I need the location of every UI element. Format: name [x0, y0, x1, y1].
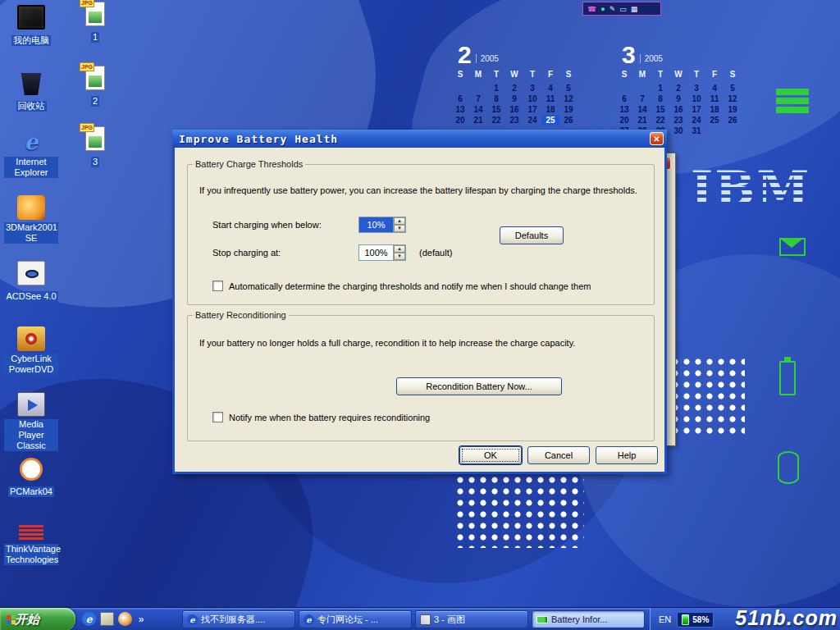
desktop-icon-thinkvantage[interactable]: ThinkVantage Technologies: [0, 525, 62, 566]
pcmark-icon: [20, 458, 43, 481]
desktop-icon-label: 1: [91, 32, 99, 43]
auto-thresholds-checkbox[interactable]: [212, 281, 223, 291]
desktop-icon-label: 3: [91, 157, 99, 167]
calendar-day: 23: [505, 115, 523, 126]
desktop: IBM ☎ ● ✎ ▭ ▦ 我的电脑 回收站 e Internet Explor…: [0, 0, 840, 630]
taskbar-task-paint[interactable]: 3 - 画图: [415, 610, 528, 628]
desktop-icon-internet-explorer[interactable]: e Internet Explorer: [0, 130, 62, 179]
calendar-year: 2005: [476, 54, 499, 63]
taskbar-task-server-not-found[interactable]: e 找不到服务器....: [182, 610, 295, 628]
dot-grid-decoration: [671, 358, 745, 438]
calendar-day: 7: [469, 94, 487, 104]
quick-launch-show-desktop[interactable]: [100, 612, 114, 626]
spinner-down-button[interactable]: ▼: [394, 225, 405, 232]
calendar-day-header: F: [705, 69, 724, 80]
spinner-up-button[interactable]: ▲: [394, 217, 405, 225]
cancel-button[interactable]: Cancel: [527, 446, 590, 464]
calendar-day: 10: [523, 94, 541, 104]
calendar-day: 10: [687, 94, 705, 104]
dot-icon: ●: [600, 5, 605, 13]
desktop-icon-recycle-bin[interactable]: 回收站: [0, 71, 62, 112]
calendar-day-header: M: [633, 69, 651, 80]
calendar-day: 26: [559, 115, 578, 126]
internet-explorer-icon: e: [187, 614, 198, 625]
arrow-up-icon: ▲: [397, 218, 402, 224]
calendar-day-header: S: [559, 69, 578, 80]
desktop-icon-label: 2: [91, 96, 99, 107]
calendar-day: 30: [669, 126, 687, 136]
jpg-badge: JPG: [80, 62, 94, 71]
recondition-battery-button[interactable]: Recondition Battery Now...: [396, 377, 562, 395]
calendar-day: 1: [487, 83, 505, 94]
group-title: Battery Charge Thresholds: [193, 159, 305, 169]
desktop-file-1[interactable]: JPG 1: [64, 2, 126, 43]
acdsee-icon: [17, 261, 45, 285]
task-label: 3 - 画图: [434, 614, 465, 626]
start-button[interactable]: 开始: [0, 608, 75, 630]
task-label: 找不到服务器....: [201, 614, 265, 626]
taskbar-task-battery-information[interactable]: Battery Infor...: [532, 610, 645, 628]
spinner-down-button[interactable]: ▼: [394, 253, 405, 260]
arrow-up-icon: ▲: [397, 246, 402, 252]
calendar-day: 31: [687, 126, 705, 136]
calendar-day: 6: [615, 94, 633, 104]
calendar-day: 12: [559, 94, 578, 104]
language-indicator[interactable]: EN: [659, 614, 671, 624]
start-charge-value[interactable]: 10%: [359, 217, 393, 232]
stop-charge-value[interactable]: 100%: [359, 245, 393, 260]
task-label: 专门网论坛 - ...: [317, 614, 378, 626]
reconditioning-description: If your battery no longer holds a full c…: [199, 338, 575, 348]
help-button[interactable]: Help: [596, 446, 658, 464]
dialog-close-button[interactable]: ✕: [650, 132, 664, 145]
desktop-icon-my-computer[interactable]: 我的电脑: [0, 5, 62, 47]
calendar-day: 5: [559, 83, 578, 94]
calendar-day-header: T: [687, 69, 705, 80]
desktop-icon-label: 3DMark2001 SE: [4, 222, 58, 244]
calendar-day: 16: [669, 104, 687, 115]
ibm-logo: IBM: [691, 161, 810, 217]
desktop-icon-label: PCMark04: [8, 486, 54, 497]
notify-reconditioning-checkbox-label: Notify me when the battery requires reco…: [229, 413, 430, 422]
desktop-icon-label: Internet Explorer: [4, 157, 58, 178]
desktop-icon-acdsee[interactable]: ACDSee 4.0: [0, 261, 62, 303]
start-charge-spinner[interactable]: 10% ▲ ▼: [358, 217, 406, 233]
desktop-icon-pcmark04[interactable]: PCMark04: [0, 458, 62, 498]
calendar-day-headers: SMTWTFS: [451, 69, 582, 80]
taskbar-task-forum[interactable]: e 专门网论坛 - ...: [299, 610, 412, 628]
quick-launch-internet-explorer[interactable]: e: [82, 612, 96, 626]
notify-reconditioning-checkbox[interactable]: [212, 412, 223, 422]
dialog-titlebar[interactable]: Improve Battery Health ✕: [172, 130, 667, 148]
calendar-february: 2 2005 SMTWTFS 1234567891011121314151617…: [451, 43, 582, 126]
desktop-file-2[interactable]: JPG 2: [64, 66, 126, 107]
calendar-day-header: W: [669, 69, 687, 80]
calendar-year: 2005: [640, 54, 663, 63]
tray-battery-indicator[interactable]: 58%: [677, 612, 714, 628]
jpg-file-icon: JPG: [85, 126, 105, 151]
quick-launch-chevron[interactable]: »: [136, 612, 146, 626]
desktop-icon-powerdvd[interactable]: CyberLink PowerDVD: [0, 326, 62, 376]
my-computer-icon: [17, 5, 45, 30]
desktop-icon-3dmark2001[interactable]: 3DMark2001 SE: [0, 195, 62, 244]
calendar-day-header: F: [541, 69, 559, 80]
cylinder-icon: [778, 451, 799, 484]
stop-charge-spinner[interactable]: 100% ▲ ▼: [358, 244, 406, 261]
recycle-bin-icon: [17, 71, 45, 95]
ok-button[interactable]: OK: [459, 446, 522, 464]
calendar-march: 3 2005 SMTWTFS 1234567891011121314151617…: [615, 43, 746, 136]
calendar-day: 5: [724, 83, 742, 94]
quick-launch-media-player[interactable]: [118, 612, 132, 626]
calendar-day: [451, 83, 469, 94]
calendar-day-header: M: [469, 69, 487, 80]
calendar-days: 1234567891011121314151617181920212223242…: [615, 83, 746, 136]
spinner-up-button[interactable]: ▲: [394, 245, 405, 253]
desktop-icon-label: 回收站: [16, 101, 47, 112]
calendar-day: 11: [705, 94, 724, 104]
calendar-day: 6: [451, 94, 469, 104]
desktop-icon-media-player-classic[interactable]: Media Player Classic: [0, 392, 62, 452]
calendar-day-headers: SMTWTFS: [615, 69, 746, 80]
calendar-day: 25: [705, 115, 724, 126]
defaults-button[interactable]: Defaults: [500, 226, 564, 244]
desktop-file-3[interactable]: JPG 3: [64, 126, 126, 168]
default-note: (default): [419, 248, 452, 258]
ie-glyph: e: [189, 615, 194, 624]
